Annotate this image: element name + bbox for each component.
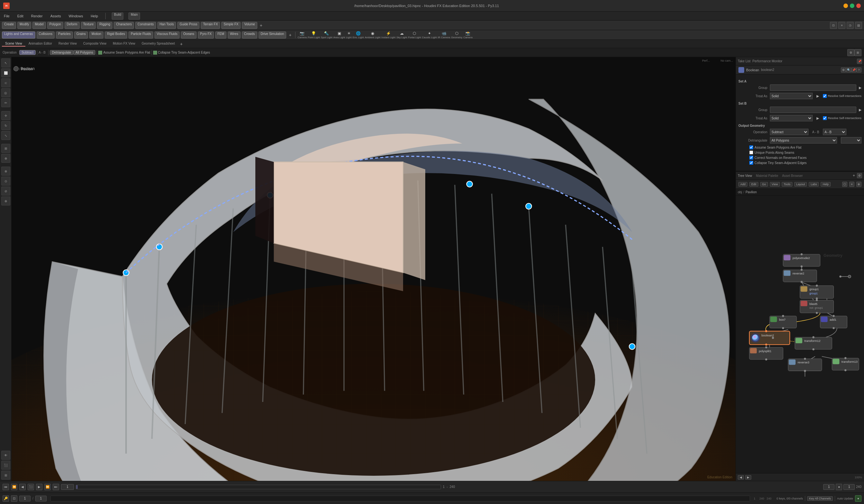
shelf-icon4[interactable]: ▤ bbox=[855, 22, 862, 29]
brush-tool[interactable]: ◎ bbox=[1, 88, 10, 97]
node-layout-icon[interactable]: ≡ bbox=[849, 182, 854, 187]
volume-btn[interactable]: Volume bbox=[242, 22, 257, 29]
tree-view-tab[interactable]: Tree View bbox=[738, 174, 752, 177]
maximize-btn[interactable] bbox=[850, 3, 854, 8]
fps-input[interactable] bbox=[35, 496, 47, 502]
tab-motion-fx[interactable]: Motion FX View bbox=[109, 41, 139, 47]
node-go-btn[interactable]: Go bbox=[760, 182, 768, 186]
treat-a-arrow[interactable]: ▶ bbox=[816, 94, 819, 98]
add-node-panel-tab[interactable]: + bbox=[853, 173, 855, 178]
node-nav-right[interactable]: ▶ bbox=[745, 475, 751, 480]
pyrofx-btn[interactable]: Pyro FX bbox=[198, 32, 214, 38]
close-btn[interactable] bbox=[856, 3, 861, 8]
box-select-tool[interactable]: ⬜ bbox=[1, 69, 10, 77]
detriangulate-select2[interactable] bbox=[841, 137, 862, 144]
grains-btn[interactable]: Grains bbox=[74, 32, 88, 38]
auto-update-btn[interactable]: ● bbox=[855, 495, 862, 502]
camera-tool[interactable]: 📷 Camera bbox=[298, 31, 307, 39]
caustic-light-tool[interactable]: ✦ Caustic Light bbox=[422, 31, 437, 39]
key-track[interactable] bbox=[50, 496, 750, 502]
group-input-b[interactable] bbox=[770, 107, 856, 113]
tab-animation-editor[interactable]: Animation Editor bbox=[25, 41, 55, 47]
current-frame-input[interactable]: 1 bbox=[61, 484, 74, 490]
detriangulate-btn[interactable]: Detriangulate bbox=[50, 50, 73, 55]
resolve-checkbox-a[interactable] bbox=[823, 94, 827, 98]
ir-camera-tool[interactable]: 📹 IR Camera bbox=[438, 31, 450, 39]
tab-composite-view[interactable]: Composite View bbox=[80, 41, 109, 47]
asset-browser-tab[interactable]: Asset Browser bbox=[782, 174, 803, 177]
tl2-snap-btn[interactable]: ⊡ bbox=[11, 495, 17, 502]
create-btn[interactable]: Create bbox=[2, 22, 16, 29]
geometry-tool[interactable]: ⬡ Geometry bbox=[451, 31, 463, 39]
add-shelf-btn[interactable]: + bbox=[259, 23, 264, 28]
tl-back-btn[interactable]: ⏪ bbox=[11, 484, 17, 490]
key-all-channels-btn[interactable]: Key All Channels bbox=[807, 496, 833, 501]
sky-light-tool[interactable]: ☁ Sky Light bbox=[396, 31, 407, 39]
view-settings-btn[interactable]: ⚙ bbox=[847, 49, 854, 56]
portal-light-tool[interactable]: ⬡ Portal Light bbox=[408, 31, 421, 39]
tl-start-btn[interactable]: ⏮ bbox=[2, 484, 9, 490]
motion-btn[interactable]: Motion bbox=[89, 32, 104, 38]
node-layout-btn[interactable]: Layout bbox=[794, 182, 807, 186]
scale-tool[interactable]: ⤡ bbox=[1, 131, 10, 140]
particle-fluids-btn[interactable]: Particle Fluids bbox=[129, 32, 153, 38]
rigid-btn[interactable]: Rigid Bodies bbox=[105, 32, 127, 38]
correct-normals-cb[interactable] bbox=[749, 156, 753, 160]
collapse-tiny-check[interactable]: Collapse Tiny Seam-Adjacent Edges bbox=[153, 51, 210, 54]
add-shelf2-btn[interactable]: + bbox=[287, 33, 292, 38]
cam-zoom-tool[interactable]: ⊕ bbox=[1, 196, 10, 206]
group-input-a[interactable] bbox=[770, 84, 856, 91]
node-edit-btn[interactable]: Edit bbox=[749, 182, 758, 186]
treat-as-select-a[interactable]: Solid bbox=[770, 93, 813, 99]
ambient-light-tool[interactable]: ◉ Ambient Light bbox=[365, 31, 381, 39]
simplefx-btn[interactable]: Simple FX bbox=[221, 22, 241, 29]
transform-tool[interactable]: ⊞ bbox=[1, 144, 10, 153]
cam-pan-tool[interactable]: ⊘ bbox=[1, 186, 10, 196]
rotate-tool[interactable]: ↻ bbox=[1, 121, 10, 130]
light-tool[interactable]: ☀ Light bbox=[346, 31, 351, 39]
node-labs-btn[interactable]: Labs bbox=[809, 182, 819, 186]
tl-stop-btn[interactable]: ⬛ bbox=[28, 484, 34, 490]
select-tool[interactable]: ↖ bbox=[1, 59, 10, 67]
props-pin-icon[interactable]: 📌 bbox=[851, 67, 856, 73]
right-panel-pin[interactable]: 📌 bbox=[857, 59, 862, 64]
material-palette-tab[interactable]: Material Palette bbox=[756, 174, 778, 177]
tab-scene-view[interactable]: Scene View bbox=[2, 41, 25, 47]
characters-btn[interactable]: Characters bbox=[114, 22, 134, 29]
collisions-btn[interactable]: Collisions bbox=[37, 32, 55, 38]
handtools-btn[interactable]: Han Tools bbox=[157, 22, 176, 29]
shelf-icon1[interactable]: ⊡ bbox=[830, 22, 837, 29]
camera2-tool[interactable]: 📸 Camera bbox=[464, 31, 472, 39]
node-panel-settings[interactable]: ⚙ bbox=[857, 173, 862, 178]
shelf-icon2[interactable]: ≡ bbox=[838, 22, 845, 29]
props-search-icon[interactable]: 🔍 bbox=[846, 67, 851, 73]
assume-seam-check[interactable]: Assume Seam Polygons Are Flat bbox=[98, 51, 150, 54]
menu-render[interactable]: Render bbox=[30, 13, 44, 19]
timeline-scrubber[interactable] bbox=[76, 485, 441, 489]
tl-play-btn[interactable]: ▶ bbox=[36, 484, 43, 490]
menu-file[interactable]: File bbox=[2, 13, 11, 19]
point-light-tool[interactable]: 💡 Point Light bbox=[308, 31, 320, 39]
assume-seam-cb[interactable] bbox=[749, 145, 753, 149]
end-frame-display[interactable]: 1 bbox=[843, 484, 855, 490]
group-b-arrow[interactable]: ▶ bbox=[859, 108, 862, 112]
env-light-tool[interactable]: 🌐 Env. Light bbox=[353, 31, 364, 39]
collapse-seam-cb[interactable] bbox=[749, 161, 753, 165]
crowds-btn[interactable]: Crowds bbox=[242, 32, 257, 38]
handle-tool[interactable]: ⊕ bbox=[1, 154, 10, 163]
fem-btn[interactable]: FEM bbox=[215, 32, 226, 38]
detriangulate-select[interactable]: All Polygons bbox=[770, 137, 837, 144]
props-help-icon[interactable]: ? bbox=[856, 67, 862, 73]
minimize-btn[interactable] bbox=[843, 3, 848, 8]
spot-light-tool[interactable]: 🔦 Spot Light bbox=[321, 31, 333, 39]
display-btn[interactable]: ⬛ bbox=[1, 461, 10, 470]
tl-end-btn[interactable]: ⏭ bbox=[53, 484, 59, 490]
frame-input2[interactable] bbox=[19, 496, 31, 502]
pole-tool[interactable]: ⊗ bbox=[1, 167, 10, 176]
menu-assets[interactable]: Assets bbox=[49, 13, 62, 19]
menu-edit[interactable]: Edit bbox=[16, 13, 25, 19]
node-graph-canvas[interactable]: Geometry bbox=[736, 196, 864, 473]
oceans-btn[interactable]: Oceans bbox=[181, 32, 196, 38]
node-help-btn[interactable]: Help bbox=[821, 182, 831, 186]
main-btn[interactable]: Main bbox=[129, 13, 140, 20]
